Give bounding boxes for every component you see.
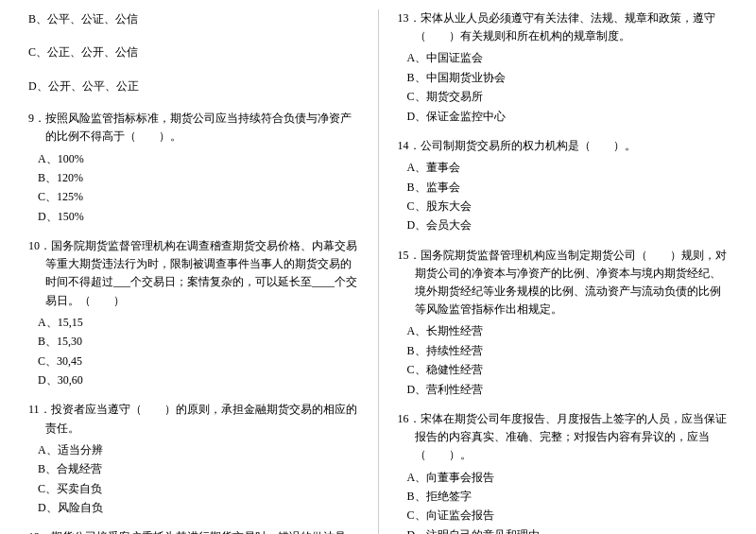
question-11-text: 11．投资者应当遵守（ ）的原则，承担金融期货交易的相应的责任。 [28,401,359,437]
option-c-text: C、公正、公开、公信 [28,43,359,61]
q11-option-d: D、风险自负 [38,498,359,517]
q13-option-b: B、中国期货业协会 [407,68,729,87]
question-14-block: 14．公司制期货交易所的权力机构是（ ）。 A、董事会 B、监事会 C、股东大会… [398,137,729,235]
option-c-block: C、公正、公开、公信 [28,43,359,64]
question-15-options: A、长期性经营 B、持续性经营 C、稳健性经营 D、营利性经营 [407,321,729,399]
left-column: B、公平、公证、公信 C、公正、公开、公信 D、公开、公平、公正 9．按照风险监… [28,9,359,534]
question-10-block: 10．国务院期货监督管理机构在调查稽查期货交易价格、内幕交易等重大期货违法行为时… [28,237,359,389]
q9-option-a: A、100% [38,149,359,168]
q10-option-a: A、15,15 [38,313,359,332]
q13-option-a: A、中国证监会 [407,48,729,67]
q11-option-b: B、合规经营 [38,459,359,478]
q16-option-b: B、拒绝签字 [407,487,729,506]
question-11-options: A、适当分辨 B、合规经营 C、买卖自负 D、风险自负 [38,440,359,518]
q14-option-a: A、董事会 [407,158,729,177]
q9-option-c: C、125% [38,187,359,206]
q15-option-b: B、持续性经营 [407,341,729,360]
page-content: B、公平、公证、公信 C、公正、公开、公信 D、公开、公平、公正 9．按照风险监… [28,9,728,534]
right-column: 13．宋体从业人员必须遵守有关法律、法规、规章和政策，遵守（ ）有关规则和所在机… [398,9,729,534]
q15-option-d: D、营利性经营 [407,380,729,399]
q11-option-c: C、买卖自负 [38,479,359,498]
q9-option-b: B、120% [38,168,359,187]
q13-option-c: C、期货交易所 [407,87,729,106]
q14-option-c: C、股东大会 [407,197,729,215]
question-15-text: 15．国务院期货监督管理机构应当制定期货公司（ ）规则，对期货公司的净资本与净资… [398,247,729,319]
question-12-block: 12．期货公司接受客户委托为其进行期货交易时，错误的做法是（ ）。 A、与客户签… [28,528,359,534]
q11-option-a: A、适当分辨 [38,440,359,459]
column-divider [378,9,379,534]
option-b-block: B、公平、公证、公信 [28,9,359,31]
question-13-text: 13．宋体从业人员必须遵守有关法律、法规、规章和政策，遵守（ ）有关规则和所在机… [398,9,729,45]
q10-option-c: C、30,45 [38,352,359,370]
q10-option-d: D、30,60 [38,370,359,389]
option-b-text: B、公平、公证、公信 [28,9,359,28]
question-16-block: 16．宋体在期货公司年度报告、月度报告上签字的人员，应当保证报告的内容真实、准确… [398,410,729,534]
question-9-block: 9．按照风险监管指标标准，期货公司应当持续符合负债与净资产的比例不得高于（ ）。… [28,110,359,226]
question-11-block: 11．投资者应当遵守（ ）的原则，承担金融期货交易的相应的责任。 A、适当分辨 … [28,401,359,517]
option-d-text: D、公开、公平、公正 [28,77,359,95]
question-9-text: 9．按照风险监管指标标准，期货公司应当持续符合负债与净资产的比例不得高于（ ）。 [28,110,359,146]
option-d-block: D、公开、公平、公正 [28,77,359,98]
q14-option-d: D、会员大会 [407,215,729,234]
q15-option-c: C、稳健性经营 [407,360,729,379]
q16-option-c: C、向证监会报告 [407,506,729,525]
q16-option-a: A、向董事会报告 [407,468,729,487]
question-16-options: A、向董事会报告 B、拒绝签字 C、向证监会报告 D、注明自己的意见和理由 [407,468,729,534]
question-13-options: A、中国证监会 B、中国期货业协会 C、期货交易所 D、保证金监控中心 [407,48,729,126]
question-13-block: 13．宋体从业人员必须遵守有关法律、法规、规章和政策，遵守（ ）有关规则和所在机… [398,9,729,126]
question-9-options: A、100% B、120% C、125% D、150% [38,149,359,227]
question-16-text: 16．宋体在期货公司年度报告、月度报告上签字的人员，应当保证报告的内容真实、准确… [398,410,729,465]
q15-option-a: A、长期性经营 [407,321,729,340]
question-12-text: 12．期货公司接受客户委托为其进行期货交易时，错误的做法是（ ）。 [28,528,359,534]
q16-option-d: D、注明自己的意见和理由 [407,525,729,534]
q9-option-d: D、150% [38,207,359,226]
question-14-options: A、董事会 B、监事会 C、股东大会 D、会员大会 [407,158,729,235]
q14-option-b: B、监事会 [407,178,729,197]
question-10-options: A、15,15 B、15,30 C、30,45 D、30,60 [38,313,359,390]
question-15-block: 15．国务院期货监督管理机构应当制定期货公司（ ）规则，对期货公司的净资本与净资… [398,247,729,399]
q13-option-d: D、保证金监控中心 [407,107,729,126]
q10-option-b: B、15,30 [38,332,359,351]
question-14-text: 14．公司制期货交易所的权力机构是（ ）。 [398,137,729,155]
question-10-text: 10．国务院期货监督管理机构在调查稽查期货交易价格、内幕交易等重大期货违法行为时… [28,237,359,310]
